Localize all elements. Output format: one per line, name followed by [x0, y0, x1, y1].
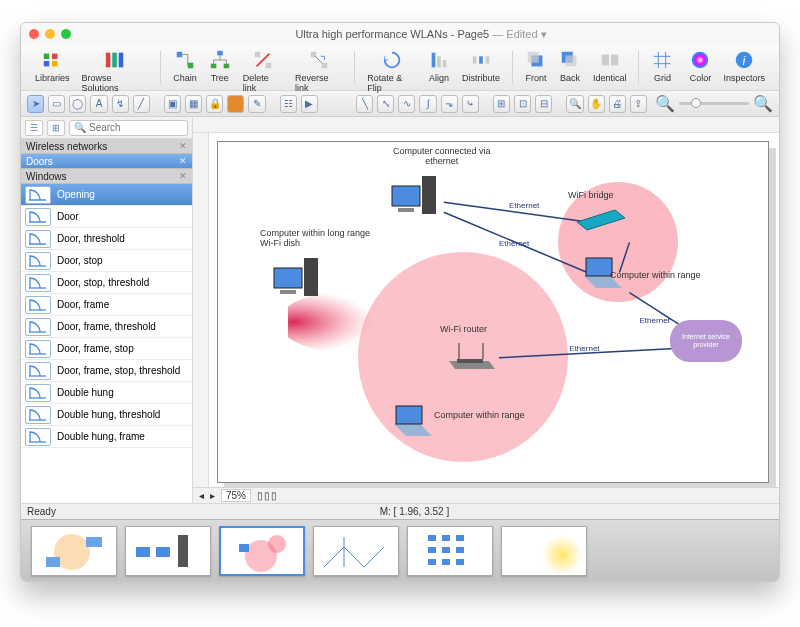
color-swatch[interactable] [227, 95, 244, 113]
identical-button[interactable]: Identical [593, 49, 627, 83]
secondary-toolbar: ➤ ▭ ◯ A ↯ ╱ ▣ ▦ 🔒 ✎ ☷ ▶ ╲ ⤡ ∿ ∫ ⬎ ⤷ ⊞ ⊡ … [21, 91, 779, 117]
pointer-tool[interactable]: ➤ [27, 95, 44, 113]
close-icon[interactable]: ✕ [179, 171, 187, 181]
share-tool[interactable]: ⇪ [630, 95, 647, 113]
group-tool[interactable]: ▣ [164, 95, 181, 113]
shape-item[interactable]: Double hung, threshold [21, 404, 192, 426]
presentation-tool[interactable]: ▶ [301, 95, 318, 113]
ellipse-tool[interactable]: ◯ [69, 95, 86, 113]
arrow-bezier[interactable]: ∫ [419, 95, 436, 113]
grid-button[interactable]: Grid [651, 49, 673, 83]
thumb-6[interactable] [501, 526, 587, 576]
page-nav-left-icon[interactable]: ◂ [199, 490, 204, 501]
arrow-hv[interactable]: ⬎ [441, 95, 458, 113]
grid-view-icon[interactable]: ⊞ [47, 120, 65, 136]
list-view-icon[interactable]: ☰ [25, 120, 43, 136]
canvas-area: Ethernet Ethernet Ethernet Ethernet Comp… [193, 117, 779, 503]
rect-tool[interactable]: ▭ [48, 95, 65, 113]
delete-link-button[interactable]: Delete link [243, 49, 283, 93]
browse-solutions-button[interactable]: Browse Solutions [82, 49, 149, 93]
category-windows[interactable]: Windows✕ [21, 169, 192, 184]
print-tool[interactable]: 🖨 [609, 95, 626, 113]
close-icon[interactable]: ✕ [179, 141, 187, 151]
front-button[interactable]: Front [525, 49, 547, 83]
svg-rect-7 [177, 52, 183, 58]
libraries-button[interactable]: Libraries [35, 49, 70, 83]
color-button[interactable]: Color [689, 49, 711, 83]
eyedropper-tool[interactable]: ✎ [248, 95, 265, 113]
svg-rect-72 [442, 547, 450, 553]
shape-item[interactable]: Double hung [21, 382, 192, 404]
snap-tool[interactable]: ⊞ [493, 95, 510, 113]
hand-tool[interactable]: ✋ [588, 95, 605, 113]
zoom-icon[interactable] [61, 29, 71, 39]
close-icon[interactable]: ✕ [179, 156, 187, 166]
zoom-slider[interactable]: 🔍 🔍 [655, 94, 773, 113]
reverse-link-button[interactable]: Reverse link [295, 49, 342, 93]
thumb-3[interactable] [219, 526, 305, 576]
thumb-4[interactable] [313, 526, 399, 576]
app-window: Ultra high performance WLANs - Page5 — E… [20, 22, 780, 582]
shape-item[interactable]: Door, frame, stop, threshold [21, 360, 192, 382]
category-wireless[interactable]: Wireless networks✕ [21, 139, 192, 154]
line-tool[interactable]: ╱ [133, 95, 150, 113]
shape-item[interactable]: Opening [21, 184, 192, 206]
shape-item[interactable]: Door, threshold [21, 228, 192, 250]
shape-item[interactable]: Door, stop, threshold [21, 272, 192, 294]
snap-edge[interactable]: ⊟ [535, 95, 552, 113]
svg-rect-9 [217, 51, 223, 56]
shape-list: OpeningDoorDoor, thresholdDoor, stopDoor… [21, 184, 192, 503]
shape-item[interactable]: Double hung, frame [21, 426, 192, 448]
align-button[interactable]: Align [428, 49, 450, 83]
view-tabs[interactable]: ▯▯▯ [257, 490, 278, 501]
zoom-value[interactable]: 75% [221, 489, 251, 502]
zoom-out-icon[interactable]: 🔍 [655, 94, 675, 113]
shape-item[interactable]: Door, frame, threshold [21, 316, 192, 338]
canvas[interactable]: Ethernet Ethernet Ethernet Ethernet Comp… [193, 133, 779, 487]
shape-item[interactable]: Door, frame, stop [21, 338, 192, 360]
rotate-flip-button[interactable]: Rotate & Flip [367, 49, 416, 93]
close-icon[interactable] [29, 29, 39, 39]
svg-point-77 [542, 535, 582, 575]
text-tool[interactable]: A [90, 95, 107, 113]
connector-tool[interactable]: ↯ [112, 95, 129, 113]
arrow-curve[interactable]: ∿ [398, 95, 415, 113]
distribute-button[interactable]: Distribute [462, 49, 500, 83]
shape-item[interactable]: Door, frame [21, 294, 192, 316]
sidebar: ☰ ⊞ 🔍 Wireless networks✕ Doors✕ Windows✕… [21, 117, 193, 503]
inspectors-button[interactable]: iInspectors [723, 49, 765, 83]
arrow-angled[interactable]: ⤡ [377, 95, 394, 113]
door-icon [25, 296, 51, 314]
svg-rect-16 [432, 53, 436, 68]
page-nav-right-icon[interactable]: ▸ [210, 490, 215, 501]
tableview-tool[interactable]: ☷ [280, 95, 297, 113]
thumb-1[interactable] [31, 526, 117, 576]
arrow-straight[interactable]: ╲ [356, 95, 373, 113]
back-button[interactable]: Back [559, 49, 581, 83]
tree-button[interactable]: Tree [209, 49, 231, 83]
shape-item[interactable]: Door, stop [21, 250, 192, 272]
arrow-step[interactable]: ⤷ [462, 95, 479, 113]
minimize-icon[interactable] [45, 29, 55, 39]
search-input[interactable]: 🔍 [69, 120, 188, 136]
svg-rect-71 [428, 547, 436, 553]
thumb-5[interactable] [407, 526, 493, 576]
svg-rect-27 [611, 55, 618, 66]
svg-rect-70 [456, 535, 464, 541]
ungroup-tool[interactable]: ▦ [185, 95, 202, 113]
door-icon [25, 340, 51, 358]
chain-button[interactable]: Chain [173, 49, 197, 83]
shape-item[interactable]: Door [21, 206, 192, 228]
category-doors[interactable]: Doors✕ [21, 154, 192, 169]
zoom-in-icon[interactable]: 🔍 [753, 94, 773, 113]
canvas-bottom-bar: ◂ ▸ 75% ▯▯▯ [193, 487, 779, 503]
svg-rect-74 [428, 559, 436, 565]
svg-text:Ethernet: Ethernet [499, 239, 530, 248]
lock-tool[interactable]: 🔒 [206, 95, 223, 113]
shape-label: Door [57, 211, 79, 222]
door-icon [25, 252, 51, 270]
svg-rect-10 [211, 64, 217, 69]
snap-center[interactable]: ⊡ [514, 95, 531, 113]
zoom-search-icon[interactable]: 🔍 [566, 95, 583, 113]
thumb-2[interactable] [125, 526, 211, 576]
